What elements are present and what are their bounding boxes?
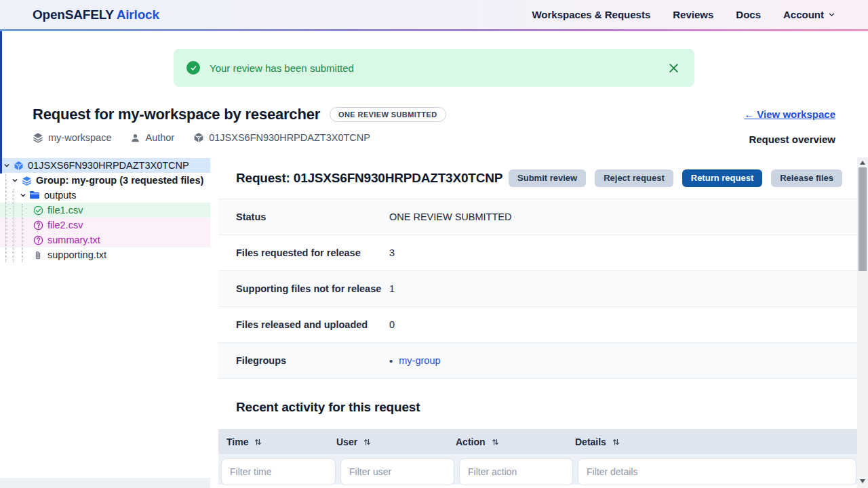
brand-primary: OpenSAFELY <box>33 7 114 22</box>
request-actions: Submit review Reject request Return requ… <box>509 169 842 187</box>
brand-logo[interactable]: OpenSAFELYAirlock <box>33 7 159 22</box>
tree-item-summary[interactable]: summary.txt <box>0 232 210 247</box>
detail-row-supporting-files: Supporting files not for release 1 <box>218 270 857 306</box>
chevron-down-icon <box>828 11 835 18</box>
sort-icon[interactable] <box>612 437 620 447</box>
check-circle-icon <box>186 61 200 75</box>
view-workspace-link[interactable]: ← View workspace <box>744 108 835 120</box>
tree-indent-guide <box>5 174 6 262</box>
brand-secondary: Airlock <box>117 7 159 22</box>
airlock-app: OpenSAFELYAirlock Workspaces & Requests … <box>0 0 868 488</box>
scroll-up-arrow[interactable] <box>860 161 865 165</box>
request-panel-title: Request: 01JSXS6FN930HRPDAZT3X0TCNP <box>236 171 509 186</box>
activity-section-title: Recent activity for this request <box>236 400 857 415</box>
filegroup-link[interactable]: my-group <box>399 355 440 366</box>
question-circle-icon <box>33 235 43 245</box>
tree-horizontal-scrollbar[interactable] <box>0 478 210 488</box>
scroll-down-arrow[interactable] <box>860 479 865 483</box>
chevron-down-icon[interactable] <box>11 177 19 184</box>
tree-indent-guide <box>22 204 22 262</box>
page-body: Your review has been submitted Request f… <box>0 31 868 488</box>
request-overview-label: Request overview <box>749 134 835 145</box>
return-request-button[interactable]: Return request <box>682 169 762 187</box>
folder-icon <box>29 190 40 200</box>
reject-request-button[interactable]: Reject request <box>595 169 673 187</box>
activity-table-header: Time User Action Details <box>218 429 857 454</box>
tree-indent-guide <box>14 189 14 262</box>
filter-user-input[interactable] <box>340 458 454 485</box>
scrollbar-thumb[interactable] <box>859 167 867 271</box>
request-details-table: Status ONE REVIEW SUBMITTED Files reques… <box>218 199 857 379</box>
top-nav-bar: OpenSAFELYAirlock Workspaces & Requests … <box>0 0 868 29</box>
column-header-time: Time <box>218 436 336 447</box>
sort-icon[interactable] <box>363 437 372 447</box>
status-badge: ONE REVIEW SUBMITTED <box>330 107 446 122</box>
check-circle-icon <box>33 205 43 216</box>
request-panel-header: Request: 01JSXS6FN930HRPDAZT3X0TCNP Subm… <box>218 157 857 199</box>
bullet-marker: • <box>389 355 393 367</box>
filter-action-input[interactable] <box>459 458 573 485</box>
tree-item-file2[interactable]: file2.csv <box>0 218 210 232</box>
meta-author: Author <box>130 132 174 143</box>
paperclip-icon <box>33 250 43 260</box>
file-tree: 01JSXS6FN930HRPDAZT3X0TCNP Group: my-gro… <box>0 158 210 262</box>
filter-time-input[interactable] <box>221 458 336 485</box>
user-icon <box>130 133 140 143</box>
submit-review-button[interactable]: Submit review <box>509 169 586 187</box>
vertical-scrollbar[interactable] <box>857 157 868 488</box>
detail-row-files-requested: Files requested for release 3 <box>218 235 857 270</box>
release-files-button[interactable]: Release files <box>771 169 842 187</box>
cube-icon <box>193 132 204 143</box>
detail-row-filegroups: Filegroups • my-group <box>218 342 857 378</box>
meta-workspace: my-workspace <box>33 132 111 143</box>
column-header-action: Action <box>456 436 575 447</box>
page-title: Request for my-workspace by researcher O… <box>33 106 446 123</box>
column-header-user: User <box>336 436 456 447</box>
primary-nav: Workspaces & Requests Reviews Docs Accou… <box>532 9 835 20</box>
meta-request-id: 01JSXS6FN930HRPDAZT3X0TCNP <box>193 132 370 143</box>
tree-item-outputs-folder[interactable]: outputs <box>0 188 210 203</box>
request-panel: Request: 01JSXS6FN930HRPDAZT3X0TCNP Subm… <box>218 157 857 488</box>
activity-filter-row <box>218 454 857 485</box>
success-alert: Your review has been submitted <box>174 49 694 87</box>
alert-message: Your review has been submitted <box>210 62 667 74</box>
chevron-down-icon[interactable] <box>3 162 11 169</box>
cube-icon <box>13 161 24 171</box>
detail-row-status: Status ONE REVIEW SUBMITTED <box>218 199 857 235</box>
nav-workspaces-requests[interactable]: Workspaces & Requests <box>532 9 650 20</box>
nav-docs[interactable]: Docs <box>736 9 761 20</box>
tree-item-file1[interactable]: file1.csv <box>0 203 210 218</box>
sort-icon[interactable] <box>254 437 262 447</box>
sort-icon[interactable] <box>491 437 500 447</box>
left-edge-indicator <box>0 31 2 174</box>
detail-row-files-released: Files released and uploaded 0 <box>218 306 857 342</box>
nav-reviews[interactable]: Reviews <box>673 9 713 20</box>
nav-account-menu[interactable]: Account <box>783 9 835 20</box>
layers-icon <box>21 176 32 186</box>
close-icon[interactable] <box>667 61 681 75</box>
question-circle-icon <box>33 220 43 230</box>
tree-item-supporting[interactable]: supporting.txt <box>0 247 210 262</box>
layers-icon <box>33 132 43 143</box>
tree-item-request-root[interactable]: 01JSXS6FN930HRPDAZT3X0TCNP <box>0 158 210 173</box>
column-header-details: Details <box>575 436 857 447</box>
request-meta: my-workspace Author 01JSXS6FN930HRPDAZT3… <box>33 132 370 143</box>
tree-item-group[interactable]: Group: my-group (3 requested files) <box>0 173 210 188</box>
chevron-down-icon[interactable] <box>19 192 27 199</box>
filter-details-input[interactable] <box>578 458 856 485</box>
